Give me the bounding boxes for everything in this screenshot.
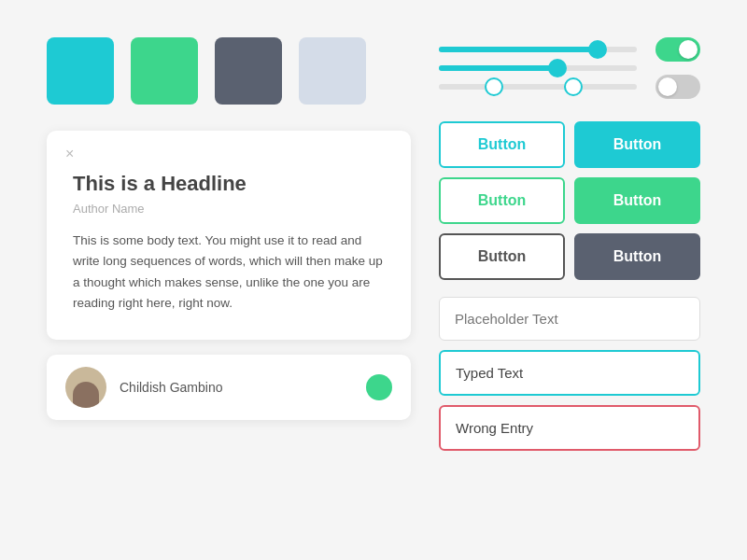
close-icon[interactable]: × [65, 146, 74, 162]
toggle-off[interactable] [655, 75, 700, 99]
toggle-off-knob [658, 77, 677, 96]
toggles-column [655, 37, 700, 99]
card-author: Author Name [73, 202, 385, 216]
slider-3-thumb-left[interactable] [485, 77, 503, 96]
button-outline-dark[interactable]: Button [439, 233, 565, 280]
input-error[interactable] [439, 405, 700, 451]
status-badge [366, 374, 392, 400]
swatch-slate [215, 37, 282, 105]
controls-row [439, 37, 700, 99]
toggle-on[interactable] [655, 37, 700, 62]
slider-2-track[interactable] [439, 65, 637, 71]
input-fields [439, 297, 700, 451]
swatch-teal [47, 37, 114, 105]
avatar [65, 367, 106, 408]
button-filled-teal[interactable]: Button [574, 121, 700, 168]
card-body: This is some body text. You might use it… [73, 231, 385, 314]
toggle-on-knob [679, 40, 698, 59]
swatch-green [131, 37, 198, 105]
slider-1-track[interactable] [439, 47, 637, 52]
button-filled-dark[interactable]: Button [574, 233, 700, 280]
slider-3-track[interactable] [439, 84, 637, 90]
button-outline-green[interactable]: Button [439, 177, 565, 224]
sliders-column [439, 47, 637, 90]
main-container: × This is a Headline Author Name This is… [0, 0, 747, 560]
main-card: × This is a Headline Author Name This is… [47, 131, 411, 340]
slider-2-fill [439, 65, 557, 71]
swatch-light [299, 37, 366, 105]
slider-1-thumb[interactable] [588, 40, 607, 59]
left-panel: × This is a Headline Author Name This is… [47, 37, 411, 523]
avatar-body [73, 382, 99, 408]
card-headline: This is a Headline [73, 172, 385, 196]
input-typed[interactable] [439, 350, 700, 396]
card-partial-name: Childish Gambino [120, 380, 223, 395]
color-swatches [47, 37, 411, 105]
slider-2-thumb[interactable] [548, 59, 567, 77]
button-outline-teal[interactable]: Button [439, 121, 565, 168]
right-panel: Button Button Button Button Button Butto… [439, 37, 700, 523]
buttons-grid: Button Button Button Button Button Butto… [439, 121, 700, 280]
slider-1-fill [439, 47, 598, 52]
button-filled-green[interactable]: Button [574, 177, 700, 224]
input-placeholder[interactable] [439, 297, 700, 341]
card-partial: Childish Gambino [47, 355, 411, 420]
slider-3-thumb-right[interactable] [564, 77, 583, 96]
